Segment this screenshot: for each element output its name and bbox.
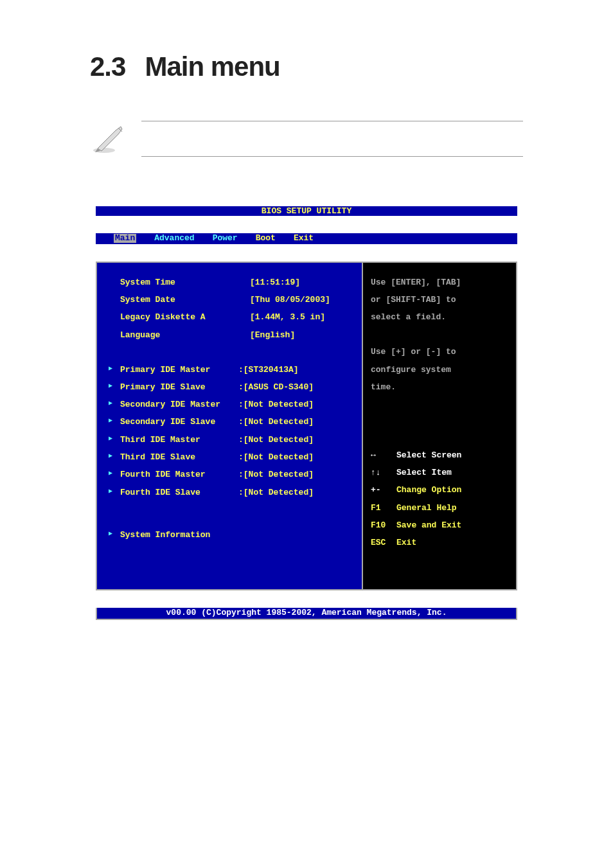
bios-left-pane: System Time[11:51:19] System Date[Thu 08… bbox=[97, 261, 363, 590]
bios-body: System Time[11:51:19] System Date[Thu 08… bbox=[96, 261, 517, 590]
row-system-information[interactable]: System Information bbox=[109, 531, 357, 540]
bios-screenshot: BIOS SETUP UTILITY MainAdvancedPowerBoot… bbox=[96, 189, 517, 629]
page-heading: 2.3Main menu bbox=[90, 51, 523, 82]
row-language[interactable]: Language[English] bbox=[109, 331, 357, 340]
help-line: Use [ENTER], [TAB] bbox=[371, 278, 508, 287]
help-line: time. bbox=[371, 383, 508, 392]
pen-icon bbox=[90, 123, 129, 155]
row-primary-ide-slave[interactable]: Primary IDE Slave:[ASUS CD-S340] bbox=[109, 383, 357, 392]
row-legacy-diskette[interactable]: Legacy Diskette A[1.44M, 3.5 in] bbox=[109, 313, 357, 322]
key-plus-minus: +-Change Option bbox=[371, 486, 508, 495]
row-system-date[interactable]: System Date[Thu 08/05/2003] bbox=[109, 296, 357, 305]
spacer bbox=[109, 506, 357, 522]
row-system-time[interactable]: System Time[11:51:19] bbox=[109, 278, 357, 287]
tab-boot[interactable]: Boot bbox=[256, 234, 276, 243]
help-line: select a field. bbox=[371, 313, 508, 322]
spacer bbox=[371, 331, 508, 339]
spacer bbox=[371, 400, 508, 442]
bios-footer: v00.00 (C)Copyright 1985-2002, American … bbox=[96, 608, 517, 620]
key-f1: F1General Help bbox=[371, 504, 508, 513]
bios-help-pane: Use [ENTER], [TAB] or [SHIFT-TAB] to sel… bbox=[363, 261, 516, 590]
row-fourth-ide-slave[interactable]: Fourth IDE Slave:[Not Detected] bbox=[109, 488, 357, 497]
note-lines bbox=[141, 121, 523, 157]
key-up-down: ↑↓Select Item bbox=[371, 468, 508, 477]
section-title: Main menu bbox=[145, 51, 280, 82]
section-number: 2.3 bbox=[90, 51, 125, 82]
row-secondary-ide-master[interactable]: Secondary IDE Master:[Not Detected] bbox=[109, 400, 357, 409]
spacer bbox=[109, 348, 357, 357]
tab-main[interactable]: Main bbox=[114, 234, 136, 243]
bios-title: BIOS SETUP UTILITY bbox=[96, 206, 517, 216]
row-third-ide-slave[interactable]: Third IDE Slave:[Not Detected] bbox=[109, 453, 357, 462]
row-primary-ide-master[interactable]: Primary IDE Master:[ST320413A] bbox=[109, 366, 357, 375]
note-row bbox=[90, 121, 523, 157]
help-line: Use [+] or [-] to bbox=[371, 348, 508, 357]
tab-exit[interactable]: Exit bbox=[294, 234, 314, 243]
help-line: or [SHIFT-TAB] to bbox=[371, 296, 508, 305]
spacer bbox=[109, 549, 357, 565]
row-fourth-ide-master[interactable]: Fourth IDE Master:[Not Detected] bbox=[109, 470, 357, 479]
row-secondary-ide-slave[interactable]: Secondary IDE Slave:[Not Detected] bbox=[109, 418, 357, 427]
bios-menubar: MainAdvancedPowerBootExit bbox=[96, 233, 517, 244]
help-line: configure system bbox=[371, 366, 508, 375]
tab-power[interactable]: Power bbox=[213, 234, 238, 243]
key-f10: F10Save and Exit bbox=[371, 521, 508, 530]
key-esc: ESCExit bbox=[371, 538, 508, 547]
row-third-ide-master[interactable]: Third IDE Master:[Not Detected] bbox=[109, 436, 357, 445]
key-left-right: ↔Select Screen bbox=[371, 451, 508, 460]
tab-advanced[interactable]: Advanced bbox=[154, 234, 194, 243]
